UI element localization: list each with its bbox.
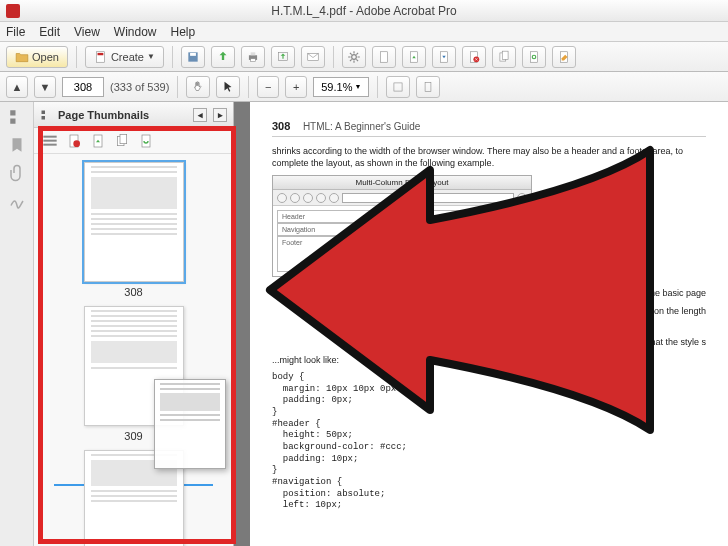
browser-title: Multi-Column Fluid Layout [273, 176, 531, 190]
thumbnail-label: 309 [124, 430, 142, 442]
tool-button-1[interactable] [372, 46, 396, 68]
acrobat-icon [6, 4, 20, 18]
layout-header: Header [277, 210, 527, 223]
hand-tool-button[interactable] [186, 76, 210, 98]
signature-icon [8, 192, 26, 210]
page-icon [377, 50, 391, 64]
svg-rect-21 [42, 110, 46, 114]
svg-rect-8 [380, 51, 387, 62]
save-icon [186, 50, 200, 64]
page-number-input[interactable] [62, 77, 104, 97]
menu-file[interactable]: File [6, 25, 25, 39]
settings-button[interactable] [342, 46, 366, 68]
zoom-value: 59.1% [321, 81, 352, 93]
fit-width-button[interactable] [386, 76, 410, 98]
folder-icon [15, 50, 29, 64]
menu-window[interactable]: Window [114, 25, 157, 39]
export-button[interactable] [211, 46, 235, 68]
print-button[interactable] [241, 46, 265, 68]
svg-rect-3 [251, 52, 256, 55]
page-arrow-icon [407, 50, 421, 64]
side-strip [0, 102, 34, 546]
thumbnails-tab[interactable] [8, 108, 26, 126]
thumbnail-308[interactable]: 308 [79, 162, 189, 298]
panel-prev-button[interactable]: ◂ [193, 108, 207, 122]
tool-button-3[interactable] [432, 46, 456, 68]
layout-nav: Navigation [277, 223, 360, 236]
export-icon [216, 50, 230, 64]
rotate-page-icon[interactable] [90, 133, 106, 149]
create-label: Create [111, 51, 144, 63]
open-button[interactable]: Open [6, 46, 68, 68]
title-bar: H.T.M.L_4.pdf - Adobe Acrobat Pro [0, 0, 728, 22]
tool-button-4[interactable] [462, 46, 486, 68]
page-edit-icon [557, 50, 571, 64]
paperclip-icon [8, 164, 26, 182]
separator [76, 46, 77, 68]
svg-rect-18 [425, 82, 431, 91]
fit-page-icon [421, 80, 435, 94]
panel-title: Page Thumbnails [58, 109, 149, 121]
chevron-down-icon: ▼ [147, 52, 155, 61]
dragging-thumbnail [154, 379, 226, 469]
tool-button-7[interactable] [552, 46, 576, 68]
hand-icon [191, 80, 205, 94]
print-icon [246, 50, 260, 64]
svg-point-7 [352, 54, 357, 59]
tool-button-6[interactable] [522, 46, 546, 68]
paragraph: ...page layout, the following shows what… [272, 336, 706, 348]
svg-rect-20 [10, 119, 15, 124]
attachments-tab[interactable] [8, 164, 26, 182]
panel-next-button[interactable]: ▸ [213, 108, 227, 122]
separator [172, 46, 173, 68]
main-toolbar: Open Create ▼ [0, 42, 728, 72]
svg-rect-23 [43, 135, 56, 137]
menu-help[interactable]: Help [171, 25, 196, 39]
share-button[interactable] [271, 46, 295, 68]
save-button[interactable] [181, 46, 205, 68]
menu-edit[interactable]: Edit [39, 25, 60, 39]
select-tool-button[interactable] [216, 76, 240, 98]
fit-page-button[interactable] [416, 76, 440, 98]
bookmarks-tab[interactable] [8, 136, 26, 154]
zoom-select[interactable]: 59.1%▼ [313, 77, 369, 97]
replace-page-icon[interactable] [138, 133, 154, 149]
thumbnail-label: 308 [124, 286, 142, 298]
svg-point-27 [73, 140, 80, 147]
open-label: Open [32, 51, 59, 63]
thumbnails-icon [8, 108, 26, 126]
page-down-button[interactable]: ▼ [34, 76, 56, 98]
page-header-title: HTML: A Beginner's Guide [303, 121, 421, 132]
svg-rect-22 [42, 116, 46, 120]
svg-rect-24 [43, 139, 56, 141]
document-area[interactable]: 308 HTML: A Beginner's Guide shrinks acc… [234, 102, 728, 546]
email-button[interactable] [301, 46, 325, 68]
menu-bar: File Edit View Window Help [0, 22, 728, 42]
zoom-in-button[interactable]: + [285, 76, 307, 98]
content-area: Page Thumbnails ◂ ▸ 308 309 310 [0, 102, 728, 546]
menu-view[interactable]: View [74, 25, 100, 39]
svg-rect-14 [502, 51, 508, 59]
separator [377, 76, 378, 98]
thumbnails-panel: Page Thumbnails ◂ ▸ 308 309 310 [34, 102, 234, 546]
svg-rect-4 [251, 58, 256, 61]
extract-page-icon[interactable] [114, 133, 130, 149]
create-button[interactable]: Create ▼ [85, 46, 164, 68]
paragraph: ...might look like: [272, 354, 706, 366]
panel-header: Page Thumbnails ◂ ▸ [34, 102, 233, 128]
page-copy-icon [497, 50, 511, 64]
plus-icon: + [293, 81, 299, 93]
tool-button-2[interactable] [402, 46, 426, 68]
thumbnails-list[interactable]: 308 309 310 [34, 154, 233, 546]
svg-rect-15 [530, 51, 537, 62]
separator [177, 76, 178, 98]
page-up-button[interactable]: ▲ [6, 76, 28, 98]
browser-toolbar [273, 190, 531, 206]
zoom-out-button[interactable]: − [257, 76, 279, 98]
signatures-tab[interactable] [8, 192, 26, 210]
delete-page-icon[interactable] [66, 133, 82, 149]
browser-mockup: Multi-Column Fluid Layout Header Navigat… [272, 175, 532, 277]
share-icon [276, 50, 290, 64]
tool-button-5[interactable] [492, 46, 516, 68]
options-icon[interactable] [42, 133, 58, 149]
